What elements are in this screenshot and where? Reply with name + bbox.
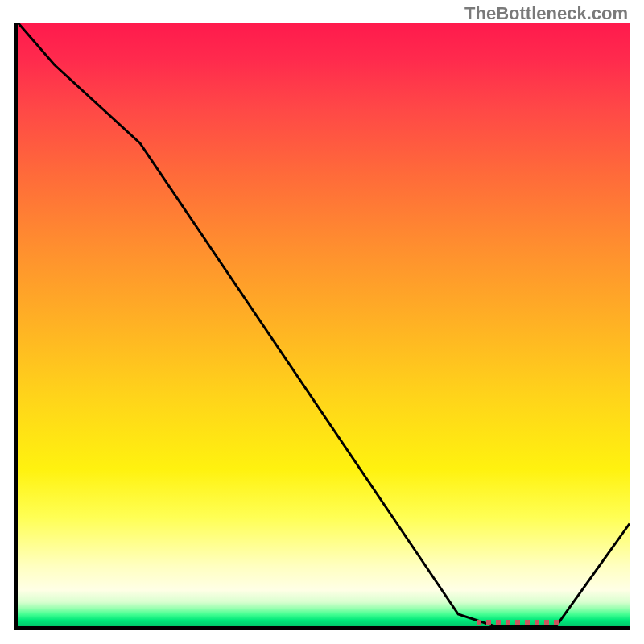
bottleneck-curve: [18, 23, 630, 626]
chart-container: TheBottleneck.com: [0, 0, 644, 644]
attribution-text: TheBottleneck.com: [464, 3, 628, 24]
plot-area: [14, 23, 630, 630]
curve-svg: [18, 23, 630, 626]
